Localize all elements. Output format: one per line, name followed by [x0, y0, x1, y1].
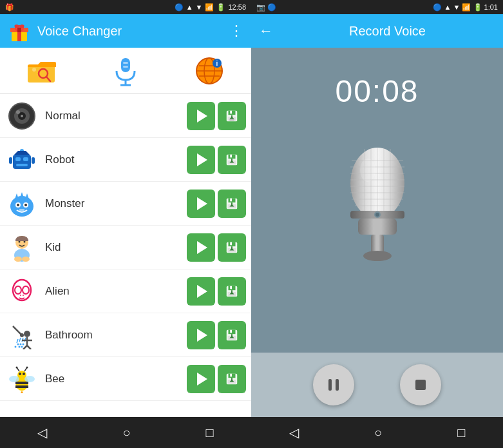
voice-item-bee: Bee: [0, 357, 251, 401]
app-logo: [8, 19, 31, 43]
battery-icon-right: 🔋: [473, 3, 482, 11]
svg-point-83: [20, 333, 24, 337]
back-nav-button[interactable]: ◁: [37, 425, 47, 440]
save-icon: [225, 109, 239, 123]
play-bathroom-button[interactable]: [187, 321, 215, 349]
right-app-bar: ← Record Voice: [251, 14, 503, 48]
status-left: 🎁: [5, 3, 14, 12]
play-icon: [197, 110, 207, 122]
play-icon: [197, 373, 207, 385]
right-status-bar: 📷 🔵 🔵 ▲ ▼ 📶 🔋 1:01: [251, 0, 503, 14]
play-monster-button[interactable]: [187, 190, 215, 218]
play-kid-button[interactable]: [187, 233, 215, 262]
svg-point-93: [17, 343, 19, 345]
voice-list: Normal: [0, 94, 251, 417]
svg-point-141: [363, 251, 392, 261]
voice-item-kid: Kid: [0, 226, 251, 269]
svg-point-75: [20, 295, 21, 296]
play-bee-button[interactable]: [187, 365, 215, 393]
wifi-icon: ▼: [196, 3, 203, 11]
svg-line-92: [27, 346, 31, 349]
svg-rect-6: [28, 64, 55, 83]
folder-search-icon: [25, 54, 59, 88]
svg-point-9: [32, 68, 36, 72]
stop-button[interactable]: [400, 364, 441, 405]
camera-icon: 📷: [256, 3, 265, 11]
svg-point-98: [21, 346, 23, 347]
robot-label: Robot: [45, 153, 187, 166]
left-app-bar: Voice Changer ⋮: [0, 14, 251, 48]
save-kid-button[interactable]: [218, 233, 246, 262]
play-icon: [197, 285, 207, 298]
svg-rect-143: [328, 379, 332, 391]
svg-point-111: [24, 376, 35, 382]
svg-line-84: [19, 338, 21, 342]
pause-icon: [325, 376, 343, 394]
svg-point-76: [23, 295, 24, 296]
alien-label: Alien: [45, 285, 187, 298]
save-alien-button[interactable]: [218, 277, 246, 306]
play-icon: [197, 153, 207, 166]
svg-rect-43: [230, 154, 232, 157]
svg-point-109: [23, 373, 25, 375]
right-home-nav-button[interactable]: ○: [374, 425, 382, 440]
play-normal-button[interactable]: [187, 102, 215, 130]
svg-point-53: [24, 204, 27, 206]
svg-line-91: [23, 346, 27, 349]
back-button[interactable]: ←: [259, 23, 273, 39]
right-status-right: 🔵 ▲ ▼ 📶 🔋 1:01: [433, 3, 498, 12]
svg-point-114: [16, 366, 18, 368]
svg-rect-106: [15, 385, 28, 388]
save-icon: [225, 197, 239, 211]
svg-rect-30: [230, 110, 232, 113]
time-display: 12:58: [228, 3, 246, 11]
left-panel: 🎁 🔵 ▲ ▼ 📶 🔋 12:58 Voice Chan: [0, 0, 251, 448]
svg-point-73: [23, 286, 29, 294]
open-file-button[interactable]: [25, 54, 59, 88]
svg-rect-139: [358, 219, 397, 235]
play-robot-button[interactable]: [187, 146, 215, 174]
record-voice-title: Record Voice: [280, 24, 495, 39]
save-icon: [225, 240, 239, 255]
mic-illustration: [326, 141, 429, 270]
svg-rect-79: [230, 286, 232, 289]
right-recents-nav-button[interactable]: □: [457, 425, 465, 440]
home-nav-button[interactable]: ○: [122, 425, 130, 440]
right-panel: 📷 🔵 🔵 ▲ ▼ 📶 🔋 1:01 ← Record Voice 00:08: [251, 0, 503, 448]
voice-item-bathroom: Bathroom: [0, 313, 251, 357]
toolbar: i: [0, 48, 251, 94]
svg-marker-48: [19, 192, 24, 200]
voice-item-monster: Monster: [0, 182, 251, 226]
svg-point-27: [16, 110, 20, 114]
save-robot-button[interactable]: [218, 146, 246, 174]
save-monster-button[interactable]: [218, 190, 246, 218]
wifi-icon-right: ▼: [453, 3, 460, 11]
gift-icon: 🎁: [5, 3, 14, 12]
normal-label: Normal: [45, 110, 187, 122]
play-icon: [197, 329, 207, 342]
svg-point-138: [375, 213, 379, 217]
save-bathroom-button[interactable]: [218, 321, 246, 349]
record-button[interactable]: [109, 54, 142, 88]
right-back-nav-button[interactable]: ◁: [289, 425, 299, 440]
svg-rect-39: [9, 157, 12, 164]
status-right: 🔵 ▲ ▼ 📶 🔋 12:58: [175, 3, 246, 12]
svg-rect-40: [32, 157, 35, 164]
app-title: Voice Changer: [37, 24, 223, 39]
gift-box-icon: [8, 19, 31, 43]
bluetooth-icon: 🔵: [175, 3, 184, 12]
save-normal-button[interactable]: [218, 102, 246, 130]
kid-label: Kid: [45, 241, 187, 254]
mic-svg: [326, 141, 429, 270]
menu-button[interactable]: ⋮: [229, 23, 243, 39]
voice-item-robot: Robot: [0, 138, 251, 182]
svg-point-88: [24, 331, 30, 337]
pause-button[interactable]: [313, 364, 354, 405]
recents-nav-button[interactable]: □: [205, 425, 213, 440]
play-alien-button[interactable]: [187, 277, 215, 306]
bee-icon: [5, 362, 39, 396]
save-bee-button[interactable]: [218, 365, 246, 393]
svg-rect-145: [415, 380, 426, 390]
settings-button[interactable]: i: [193, 54, 226, 88]
globe-settings-icon: i: [193, 54, 226, 88]
